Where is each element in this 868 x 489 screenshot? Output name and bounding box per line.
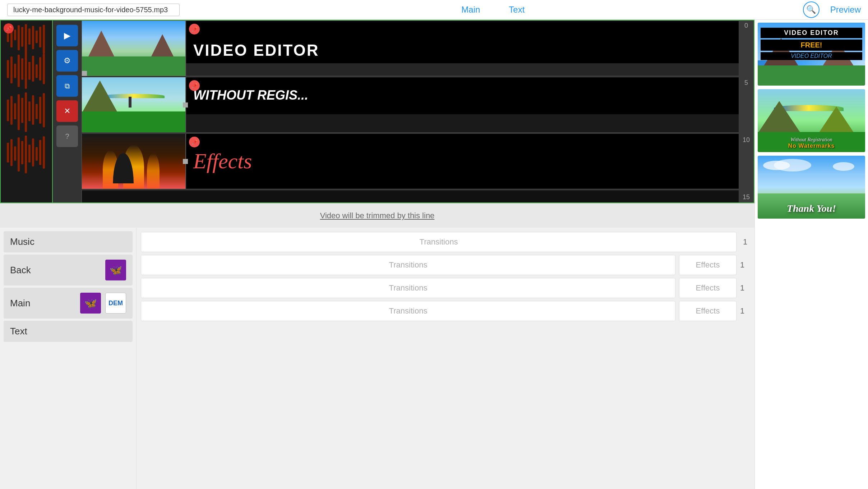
row2-left-handle[interactable] xyxy=(183,102,188,108)
pin-badge-2: 📌 xyxy=(189,80,200,91)
svg-rect-27 xyxy=(25,92,27,132)
svg-rect-5 xyxy=(25,24,27,56)
back-thumbnail: 🦋 xyxy=(105,260,126,280)
delete-button[interactable]: ✕ xyxy=(56,100,78,122)
landscape-video-clip[interactable] xyxy=(82,20,186,76)
sidebar-item-back[interactable]: Back 🦋 xyxy=(4,255,133,285)
text-label: Text xyxy=(10,326,27,337)
transitions-btn-3[interactable]: Transitions xyxy=(141,278,675,298)
settings-button[interactable]: ⚙ xyxy=(56,50,78,72)
ruler-mark-10: 10 xyxy=(743,136,750,144)
effects-btn-4[interactable]: Effects xyxy=(679,301,737,321)
svg-rect-19 xyxy=(36,64,38,78)
svg-rect-37 xyxy=(21,141,23,164)
ruler-mark-5: 5 xyxy=(744,79,748,87)
effects-clip[interactable]: 📌 Effects xyxy=(186,133,754,189)
transition-row-4: Transitions Effects 1 xyxy=(141,301,750,321)
svg-rect-23 xyxy=(10,96,13,125)
controls-panel: ▶ ⚙ ⧉ ✕ ? xyxy=(53,20,82,202)
right-preview-panel: VIDEO EDITOR FREE! VIDEO EDITOR Without … xyxy=(754,20,868,489)
filename-display: lucky-me-background-music-for-video-5755… xyxy=(7,4,180,16)
track-row-2: 📌 WITHOUT REGIS... xyxy=(82,77,754,133)
svg-rect-30 xyxy=(36,104,38,119)
svg-rect-17 xyxy=(28,62,31,80)
svg-rect-29 xyxy=(32,95,34,125)
without-regis-text: WITHOUT REGIS... xyxy=(193,88,746,103)
preview-item-2[interactable]: Without Registration No Watermarks xyxy=(758,89,865,152)
waveform-svg xyxy=(3,24,50,189)
sidebar-item-music[interactable]: Music xyxy=(4,231,133,252)
main-thumbnail: 🦋 xyxy=(80,293,101,314)
music-label: Music xyxy=(10,236,34,247)
left-sidebar: Music Back 🦋 Main 🦋 DEM Text xyxy=(0,228,137,489)
transition-row-3: Transitions Effects 1 xyxy=(141,278,750,298)
count-1: 1 xyxy=(740,237,750,247)
audio-pin-icon: 📌 xyxy=(4,23,14,33)
copy-button[interactable]: ⧉ xyxy=(56,75,78,97)
count-2: 1 xyxy=(740,260,750,270)
audio-track: 📌 xyxy=(1,20,53,202)
pin-badge: 📌 xyxy=(189,24,200,35)
svg-rect-36 xyxy=(18,137,20,172)
effects-text: Effects xyxy=(193,149,252,174)
transition-row-2: Transitions Effects 1 xyxy=(141,255,750,275)
sidebar-item-text[interactable]: Text xyxy=(4,321,133,342)
svg-rect-34 xyxy=(10,139,13,166)
transitions-btn-1[interactable]: Transitions xyxy=(141,232,737,252)
sidebar-item-main[interactable]: Main 🦋 DEM xyxy=(4,288,133,319)
svg-rect-35 xyxy=(14,146,16,161)
search-button[interactable]: 🔍 xyxy=(803,1,819,18)
transitions-btn-4[interactable]: Transitions xyxy=(141,301,675,321)
svg-rect-6 xyxy=(28,28,31,45)
editor-left: 📌 xyxy=(0,20,754,489)
svg-rect-12 xyxy=(10,56,13,83)
video-editor-clip[interactable]: 📌 VIDEO EDITOR xyxy=(186,20,754,76)
svg-rect-16 xyxy=(25,53,27,89)
search-icon: 🔍 xyxy=(806,5,816,14)
video-tracks-area: 📌 VIDEO EDITOR xyxy=(82,20,754,202)
track-row-1: 📌 VIDEO EDITOR xyxy=(82,20,754,76)
trim-line-area: Video will be trimmed by this line xyxy=(0,203,754,228)
preview-label[interactable]: Preview xyxy=(830,5,861,15)
svg-rect-21 xyxy=(43,54,45,84)
track-row-3: 📌 Effects xyxy=(82,133,754,189)
svg-rect-41 xyxy=(36,147,38,161)
video-editor-text: VIDEO EDITOR xyxy=(193,41,319,59)
help-button[interactable]: ? xyxy=(56,125,78,147)
play-button[interactable]: ▶ xyxy=(56,25,78,46)
svg-rect-3 xyxy=(18,25,20,50)
timeline-ruler: 0 5 10 15 xyxy=(739,20,754,202)
transitions-btn-2[interactable]: Transitions xyxy=(141,255,675,275)
without-regis-clip[interactable]: 📌 WITHOUT REGIS... xyxy=(186,77,754,133)
main-extra-thumb: DEM xyxy=(105,293,126,314)
tab-main[interactable]: Main xyxy=(461,5,480,15)
preview-item-1[interactable]: VIDEO EDITOR FREE! VIDEO EDITOR xyxy=(758,23,865,86)
preview-item-3[interactable]: Thank You! xyxy=(758,156,865,219)
svg-rect-22 xyxy=(7,100,9,121)
timeline-editor: 📌 xyxy=(0,20,754,203)
effects-btn-3[interactable]: Effects xyxy=(679,278,737,298)
transition-row-1: Transitions 1 xyxy=(141,232,750,252)
effects-btn-2[interactable]: Effects xyxy=(679,255,737,275)
svg-rect-10 xyxy=(43,25,45,54)
fire-clip[interactable] xyxy=(82,133,186,189)
clip-left-handle[interactable] xyxy=(82,71,87,76)
svg-rect-8 xyxy=(36,31,38,43)
svg-rect-13 xyxy=(14,64,16,78)
header: lucky-me-background-music-for-video-5755… xyxy=(0,0,868,20)
svg-rect-28 xyxy=(28,101,31,121)
bottom-controls: Music Back 🦋 Main 🦋 DEM Text xyxy=(0,228,754,489)
hangglider-clip[interactable] xyxy=(82,77,186,133)
svg-rect-9 xyxy=(39,27,41,47)
svg-rect-15 xyxy=(21,58,23,80)
svg-rect-40 xyxy=(32,138,34,166)
row3-left-handle[interactable] xyxy=(183,159,188,164)
svg-rect-42 xyxy=(39,140,41,165)
main-layout: 📌 xyxy=(0,20,868,489)
svg-rect-39 xyxy=(28,145,31,163)
svg-rect-2 xyxy=(14,29,16,40)
svg-rect-4 xyxy=(21,27,23,47)
back-label: Back xyxy=(10,265,31,276)
thankyou-clip[interactable]: Thank You! xyxy=(82,190,754,202)
tab-text[interactable]: Text xyxy=(509,5,525,15)
